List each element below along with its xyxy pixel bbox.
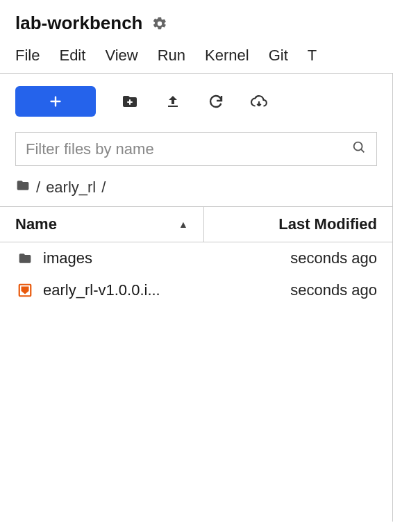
breadcrumb-sep: / — [36, 178, 40, 197]
notebook-icon — [15, 283, 35, 298]
column-modified[interactable]: Last Modified — [204, 207, 392, 242]
column-modified-label: Last Modified — [278, 215, 377, 233]
menu-file[interactable]: File — [15, 47, 40, 65]
filter-box — [15, 132, 377, 166]
app-header: lab-workbench — [0, 0, 393, 41]
menu-git[interactable]: Git — [269, 47, 288, 65]
file-modified: seconds ago — [203, 281, 377, 299]
refresh-icon[interactable] — [207, 92, 225, 110]
app-title: lab-workbench — [15, 13, 142, 34]
filter-input[interactable] — [26, 140, 351, 158]
breadcrumb-sep: / — [101, 178, 106, 197]
search-icon — [351, 140, 367, 158]
menu-truncated[interactable]: T — [308, 47, 317, 65]
file-browser: / early_rl / Name ▲ Last Modified images… — [0, 73, 393, 522]
gear-icon[interactable] — [152, 16, 167, 31]
file-modified: seconds ago — [203, 249, 377, 267]
file-name: images — [43, 249, 203, 267]
upload-icon[interactable] — [164, 92, 182, 110]
sort-ascending-icon: ▲ — [178, 219, 188, 230]
column-name[interactable]: Name ▲ — [0, 207, 204, 242]
file-list-header: Name ▲ Last Modified — [0, 206, 392, 242]
menu-view[interactable]: View — [105, 47, 137, 65]
breadcrumb[interactable]: / early_rl / — [0, 174, 392, 206]
column-name-label: Name — [15, 215, 57, 233]
folder-icon — [15, 251, 35, 265]
new-folder-icon[interactable] — [121, 92, 139, 110]
file-name: early_rl-v1.0.0.i... — [43, 281, 203, 299]
folder-icon — [15, 178, 31, 197]
svg-point-0 — [354, 142, 362, 151]
menu-kernel[interactable]: Kernel — [205, 47, 249, 65]
file-row[interactable]: images seconds ago — [0, 242, 392, 274]
file-row[interactable]: early_rl-v1.0.0.i... seconds ago — [0, 274, 392, 306]
menu-edit[interactable]: Edit — [59, 47, 85, 65]
breadcrumb-folder[interactable]: early_rl — [46, 178, 96, 197]
file-toolbar — [0, 74, 392, 129]
new-launcher-button[interactable] — [15, 86, 96, 117]
menubar: File Edit View Run Kernel Git T — [0, 41, 393, 73]
menu-run[interactable]: Run — [158, 47, 185, 65]
cloud-download-icon[interactable] — [250, 92, 268, 110]
